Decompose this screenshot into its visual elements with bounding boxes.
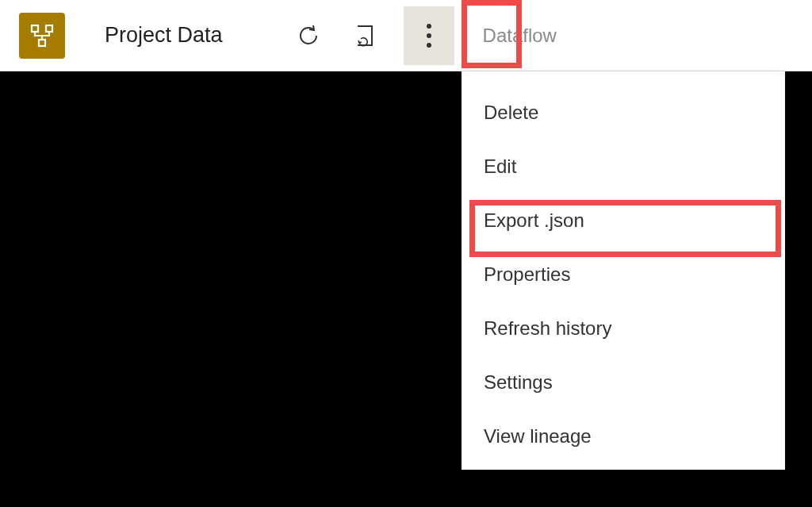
dataflow-type-icon: [19, 13, 65, 59]
svg-point-4: [427, 33, 431, 38]
menu-item-view-lineage[interactable]: View lineage: [462, 409, 785, 463]
header-bar: Project Data Dataflow: [0, 0, 812, 71]
more-button-wrapper: [404, 6, 454, 65]
item-type-label: Dataflow: [483, 25, 557, 47]
svg-rect-0: [32, 25, 38, 32]
menu-item-export-json[interactable]: Export .json: [462, 194, 785, 248]
menu-item-refresh-history[interactable]: Refresh history: [462, 302, 785, 355]
action-icon-group: [293, 20, 380, 52]
svg-point-5: [427, 43, 431, 48]
more-options-button[interactable]: [404, 6, 454, 65]
dataflow-icon: [29, 23, 55, 48]
svg-rect-1: [46, 25, 52, 32]
menu-item-delete[interactable]: Delete: [462, 86, 785, 140]
schedule-refresh-icon: [351, 23, 377, 48]
menu-item-settings[interactable]: Settings: [462, 355, 785, 409]
menu-item-edit[interactable]: Edit: [462, 140, 785, 194]
context-menu: Delete Edit Export .json Properties Refr…: [462, 71, 785, 470]
more-vertical-icon: [426, 21, 432, 50]
refresh-button[interactable]: [293, 20, 324, 52]
page-title: Project Data: [105, 23, 223, 48]
svg-point-3: [427, 24, 431, 29]
menu-item-properties[interactable]: Properties: [462, 248, 785, 302]
refresh-icon: [296, 23, 321, 48]
svg-rect-2: [39, 40, 45, 46]
schedule-refresh-button[interactable]: [348, 20, 380, 52]
